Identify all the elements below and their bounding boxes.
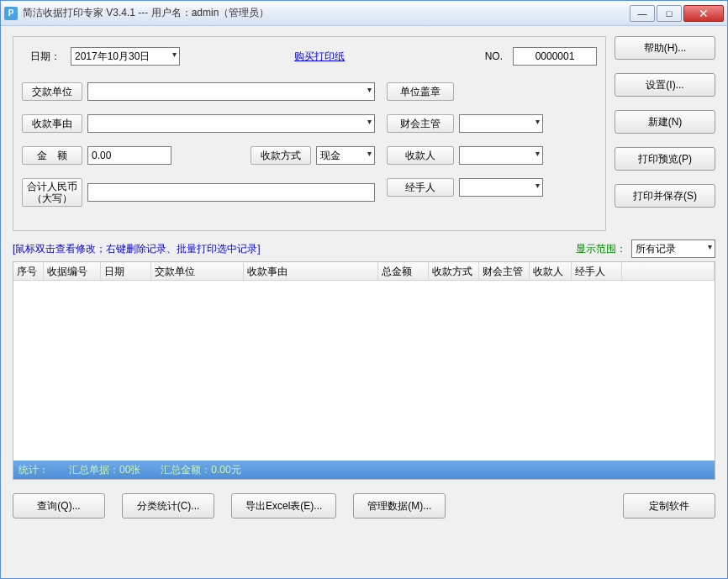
summary-bar: 统计： 汇总单据：00张 汇总金额：0.00元: [13, 461, 715, 479]
close-button[interactable]: ✕: [683, 5, 724, 22]
table-col-3[interactable]: 交款单位: [151, 262, 244, 280]
print-save-button[interactable]: 打印并保存(S): [615, 184, 715, 208]
table-col-4[interactable]: 收款事由: [244, 262, 378, 280]
classify-button[interactable]: 分类统计(C)...: [122, 493, 214, 518]
settings-button[interactable]: 设置(I)...: [615, 73, 715, 97]
supervisor-input[interactable]: [459, 114, 543, 133]
table-col-8[interactable]: 收款人: [530, 262, 572, 280]
table-col-9[interactable]: 经手人: [572, 262, 622, 280]
table-col-filler: [622, 262, 715, 280]
capital-label-line1: 合计人民币: [27, 181, 77, 192]
table-col-6[interactable]: 收款方式: [429, 262, 479, 280]
table-body[interactable]: [13, 281, 715, 461]
amount-label: 金 额: [22, 146, 82, 165]
summary-amount: 汇总金额：0.00元: [161, 463, 240, 476]
query-button[interactable]: 查询(Q)...: [13, 493, 105, 518]
custom-software-button[interactable]: 定制软件: [623, 493, 715, 518]
stamp-button[interactable]: 单位盖章: [387, 82, 454, 101]
receiver-label: 收款人: [387, 146, 454, 165]
reason-input[interactable]: [87, 114, 375, 133]
titlebar: P 简洁收据打印专家 V3.4.1 --- 用户名：admin（管理员） — □…: [1, 1, 727, 26]
reason-label: 收款事由: [22, 114, 82, 133]
hint-row: [鼠标双击查看修改；右键删除记录、批量打印选中记录] 显示范围：: [13, 239, 715, 258]
right-column: 单位盖章 财会主管 收款人: [387, 82, 597, 220]
table-col-7[interactable]: 财会主管: [479, 262, 530, 280]
handler-input[interactable]: [459, 178, 543, 197]
table-col-0[interactable]: 序号: [13, 262, 44, 280]
bottom-bar: 查询(Q)... 分类统计(C)... 导出Excel表(E)... 管理数据(…: [13, 493, 715, 518]
table-header: 序号收据编号日期交款单位收款事由总金额收款方式财会主管收款人经手人: [13, 262, 715, 281]
payer-label: 交款单位: [22, 82, 82, 101]
manage-data-button[interactable]: 管理数据(M)...: [353, 493, 446, 518]
window-title: 简洁收据打印专家 V3.4.1 --- 用户名：admin（管理员）: [23, 6, 628, 20]
date-input[interactable]: [71, 47, 180, 66]
form-columns: 交款单位 收款事由 金 额: [22, 82, 597, 220]
method-label: 收款方式: [251, 146, 311, 165]
minimize-button[interactable]: —: [630, 5, 655, 22]
summary-stats-label: 统计：: [18, 463, 49, 476]
range-select[interactable]: [631, 239, 715, 258]
receipt-number: 0000001: [513, 47, 597, 66]
client-area: 日期： 购买打印纸 NO. 0000001 交款单位: [1, 26, 727, 578]
records-table: 序号收据编号日期交款单位收款事由总金额收款方式财会主管收款人经手人 统计： 汇总…: [13, 261, 715, 480]
table-col-1[interactable]: 收据编号: [44, 262, 101, 280]
new-button[interactable]: 新建(N): [615, 110, 715, 134]
method-input[interactable]: [316, 146, 375, 165]
help-button[interactable]: 帮助(H)...: [615, 36, 715, 60]
print-preview-button[interactable]: 打印预览(P): [615, 147, 715, 171]
summary-count: 汇总单据：00张: [69, 463, 140, 476]
buy-paper-link[interactable]: 购买打印纸: [294, 50, 345, 64]
capital-input[interactable]: [87, 183, 375, 202]
handler-label: 经手人: [387, 178, 454, 197]
table-col-2[interactable]: 日期: [101, 262, 151, 280]
side-button-panel: 帮助(H)... 设置(I)... 新建(N) 打印预览(P) 打印并保存(S): [615, 36, 715, 231]
hint-text: [鼠标双击查看修改；右键删除记录、批量打印选中记录]: [13, 242, 261, 256]
table-col-5[interactable]: 总金额: [378, 262, 429, 280]
app-window: P 简洁收据打印专家 V3.4.1 --- 用户名：admin（管理员） — □…: [0, 0, 728, 579]
no-label: NO.: [485, 50, 506, 62]
header-row: 日期： 购买打印纸 NO. 0000001: [22, 47, 597, 66]
receiver-input[interactable]: [459, 146, 543, 165]
maximize-button[interactable]: □: [657, 5, 682, 22]
export-excel-button[interactable]: 导出Excel表(E)...: [231, 493, 336, 518]
supervisor-label: 财会主管: [387, 114, 454, 133]
left-column: 交款单位 收款事由 金 额: [22, 82, 375, 220]
amount-input[interactable]: [87, 146, 171, 165]
upper-section: 日期： 购买打印纸 NO. 0000001 交款单位: [13, 36, 715, 231]
range-label: 显示范围：: [576, 242, 626, 256]
date-label: 日期：: [22, 50, 64, 64]
app-icon: P: [4, 7, 18, 20]
form-panel: 日期： 购买打印纸 NO. 0000001 交款单位: [13, 36, 606, 231]
window-controls: — □ ✕: [628, 5, 724, 22]
capital-label: 合计人民币 （大写）: [22, 178, 82, 207]
capital-label-line2: （大写）: [32, 192, 72, 204]
payer-input[interactable]: [87, 82, 375, 101]
